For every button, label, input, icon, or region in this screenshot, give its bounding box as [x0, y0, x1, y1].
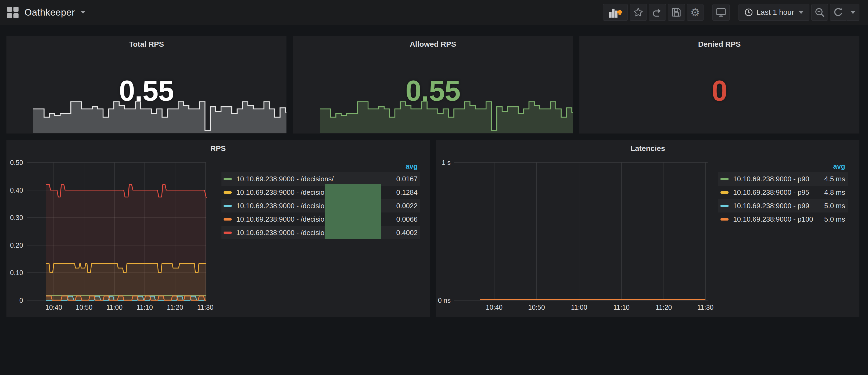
svg-text:11:00: 11:00 — [571, 304, 587, 311]
svg-text:10:50: 10:50 — [76, 304, 92, 311]
series-avg-value: 4.8 ms — [824, 188, 845, 197]
svg-text:0 ns: 0 ns — [438, 296, 451, 304]
legend-overlay-artifact — [324, 184, 381, 239]
cycle-view-button[interactable] — [712, 4, 730, 21]
panel-title[interactable]: Latencies — [436, 144, 859, 153]
series-avg-value: 0.0022 — [396, 202, 417, 210]
refresh-button[interactable] — [830, 4, 846, 21]
legend-row[interactable]: 10.10.69.238:9000 - /decisions/ 0.0066 — [221, 213, 420, 226]
series-label[interactable]: 10.10.69.238:9000 - p95 — [733, 188, 819, 197]
add-panel-icon — [609, 6, 622, 18]
series-swatch — [720, 218, 728, 221]
legend-row[interactable]: 10.10.69.238:9000 - p100 5.0 ms — [718, 213, 848, 226]
legend-row[interactable]: 10.10.69.238:9000 - /decisions/ 0.4002 — [221, 226, 420, 239]
svg-text:0.30: 0.30 — [10, 214, 23, 221]
series-swatch — [224, 178, 231, 180]
svg-text:0: 0 — [19, 296, 23, 304]
refresh-interval-dropdown[interactable] — [846, 4, 859, 21]
svg-text:10:40: 10:40 — [45, 304, 62, 311]
save-icon — [671, 7, 682, 18]
zoom-out-icon — [814, 7, 825, 18]
panel-total-rps: Total RPS 0.55 — [6, 36, 286, 133]
chevron-down-icon — [81, 11, 85, 14]
panel-title[interactable]: RPS — [6, 144, 430, 153]
legend-row[interactable]: 10.10.69.238:9000 - /decisions/ 0.0167 — [221, 172, 420, 186]
gear-icon: ⚙ — [690, 7, 700, 18]
svg-text:11:30: 11:30 — [698, 304, 714, 311]
chevron-down-icon — [798, 11, 804, 14]
svg-text:1 s: 1 s — [442, 159, 451, 166]
legend-avg-header[interactable]: avg — [718, 160, 848, 172]
dashboard-picker[interactable]: Oathkeeper — [7, 7, 86, 18]
legend-row[interactable]: 10.10.69.238:9000 - /decisions/ 0.1284 — [221, 186, 420, 199]
toolbar: ⚙ Last 1 hour — [601, 4, 859, 21]
share-icon — [652, 7, 663, 18]
series-swatch — [224, 191, 231, 194]
series-avg-value: 0.4002 — [396, 228, 417, 237]
svg-text:0.10: 0.10 — [10, 269, 23, 276]
series-avg-value: 0.0167 — [396, 175, 417, 183]
svg-text:11:30: 11:30 — [197, 304, 214, 311]
legend-row[interactable]: 10.10.69.238:9000 - p99 5.0 ms — [718, 199, 848, 213]
svg-text:10:50: 10:50 — [528, 304, 545, 311]
save-button[interactable] — [668, 4, 685, 21]
svg-text:0.50: 0.50 — [10, 159, 23, 166]
rps-legend: avg 10.10.69.238:9000 - /decisions/ 0.01… — [221, 160, 420, 239]
graph-row: RPS 0.500.400.300.200.10010:4010:5011:00… — [6, 140, 859, 317]
svg-text:0.20: 0.20 — [10, 242, 23, 249]
panel-title[interactable]: Total RPS — [6, 40, 286, 49]
series-label[interactable]: 10.10.69.238:9000 - /decisions/ — [236, 175, 391, 183]
panel-rps-graph: RPS 0.500.400.300.200.10010:4010:5011:00… — [6, 140, 430, 317]
svg-text:11:10: 11:10 — [613, 304, 630, 311]
svg-text:10:40: 10:40 — [486, 304, 502, 311]
series-avg-value: 0.1284 — [396, 188, 417, 197]
time-range-picker[interactable]: Last 1 hour — [739, 4, 809, 21]
dashboard-grid-icon — [7, 7, 19, 18]
svg-text:11:00: 11:00 — [106, 304, 123, 311]
share-button[interactable] — [649, 4, 666, 21]
refresh-icon — [833, 7, 843, 18]
legend-row[interactable]: 10.10.69.238:9000 - p90 4.5 ms — [718, 172, 848, 186]
dashboard-title[interactable]: Oathkeeper — [25, 7, 75, 18]
svg-text:11:20: 11:20 — [167, 304, 183, 311]
series-label[interactable]: 10.10.69.238:9000 - p90 — [733, 175, 819, 183]
zoom-out-button[interactable] — [811, 4, 828, 21]
monitor-icon — [715, 7, 727, 18]
navbar: Oathkeeper — [0, 0, 868, 25]
time-range-label: Last 1 hour — [756, 8, 794, 17]
legend-avg-header[interactable]: avg — [221, 160, 420, 172]
chevron-down-icon — [850, 11, 856, 14]
svg-text:11:20: 11:20 — [656, 304, 672, 311]
panel-title[interactable]: Denied RPS — [579, 40, 859, 49]
series-swatch — [720, 178, 728, 180]
stat-value: 0 — [579, 76, 859, 105]
refresh-group — [830, 4, 859, 21]
stat-row: Total RPS 0.55 Allowed RPS 0.55 Denied R… — [6, 36, 859, 133]
series-swatch — [720, 191, 728, 194]
series-avg-value: 0.0066 — [396, 215, 417, 223]
series-label[interactable]: 10.10.69.238:9000 - p99 — [733, 202, 819, 210]
series-swatch — [224, 231, 231, 234]
legend-row[interactable]: 10.10.69.238:9000 - p95 4.8 ms — [718, 186, 848, 199]
svg-text:0.40: 0.40 — [10, 186, 23, 194]
latencies-legend: avg 10.10.69.238:9000 - p90 4.5 ms 10.10… — [718, 160, 848, 226]
series-avg-value: 4.5 ms — [824, 175, 845, 183]
settings-button[interactable]: ⚙ — [687, 4, 704, 21]
star-button[interactable] — [630, 4, 647, 21]
series-swatch — [720, 205, 728, 207]
series-swatch — [224, 218, 231, 221]
series-label[interactable]: 10.10.69.238:9000 - p100 — [733, 215, 819, 223]
clock-icon — [744, 8, 753, 17]
star-icon — [632, 7, 644, 18]
stat-value: 0.55 — [6, 76, 286, 105]
add-panel-button[interactable] — [603, 4, 628, 21]
panel-latencies-graph: Latencies 1 s0 ns10:4010:5011:0011:1011:… — [436, 140, 859, 317]
panel-title[interactable]: Allowed RPS — [293, 40, 573, 49]
panel-denied-rps: Denied RPS 0 — [579, 36, 859, 133]
stat-value: 0.55 — [293, 76, 573, 105]
series-avg-value: 5.0 ms — [824, 202, 845, 210]
series-swatch — [224, 205, 231, 207]
svg-text:11:10: 11:10 — [136, 304, 153, 311]
legend-row[interactable]: 10.10.69.238:9000 - /decisions/ 0.0022 — [221, 199, 420, 213]
panel-allowed-rps: Allowed RPS 0.55 — [293, 36, 573, 133]
